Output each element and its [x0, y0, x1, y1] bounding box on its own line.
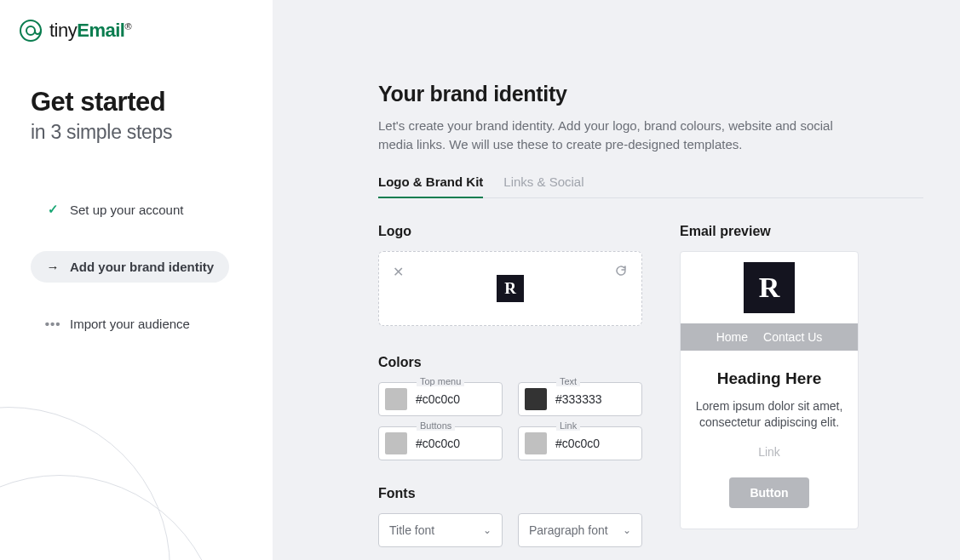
- preview-heading: Heading Here: [694, 369, 844, 388]
- field-label: Top menu: [417, 376, 464, 386]
- dots-icon: •••: [46, 317, 60, 331]
- color-hex-input[interactable]: [547, 437, 615, 450]
- color-buttons[interactable]: Buttons: [378, 426, 503, 460]
- step-setup-account[interactable]: ✓ Set up your account: [31, 193, 198, 226]
- section-logo-label: Logo: [378, 224, 642, 239]
- section-colors-label: Colors: [378, 355, 642, 370]
- chevron-down-icon: ⌄: [623, 524, 631, 536]
- onboarding-steps: ✓ Set up your account → Add your brand i…: [0, 144, 273, 340]
- preview-body-text: Lorem ipsum dolor sit amet, consectetur …: [694, 398, 844, 431]
- logo-upload-box[interactable]: ✕ R: [378, 251, 642, 326]
- color-link[interactable]: Link: [518, 426, 642, 460]
- email-preview-card: R Home Contact Us Heading Here Lorem ips…: [680, 251, 859, 529]
- tab-links-social[interactable]: Links & Social: [503, 174, 583, 197]
- close-icon[interactable]: ✕: [393, 264, 404, 280]
- color-hex-input[interactable]: [547, 392, 615, 406]
- color-text[interactable]: Text: [518, 382, 642, 416]
- preview-logo: R: [744, 262, 795, 313]
- preview-button: Button: [729, 477, 808, 508]
- paragraph-font-select[interactable]: Paragraph font ⌄: [518, 513, 642, 547]
- field-label: Text: [556, 376, 580, 386]
- color-topmenu[interactable]: Top menu: [378, 382, 503, 416]
- svg-point-0: [20, 20, 41, 41]
- preview-nav-home: Home: [716, 330, 748, 344]
- section-preview-label: Email preview: [680, 224, 859, 239]
- color-swatch[interactable]: [385, 432, 407, 454]
- sidebar: tinyEmail® Get started in 3 simple steps…: [0, 0, 273, 560]
- title-font-select[interactable]: Title font ⌄: [378, 513, 503, 547]
- step-import-audience[interactable]: ••• Import your audience: [31, 308, 205, 340]
- preview-nav-contact: Contact Us: [763, 330, 822, 344]
- page-title: Your brand identity: [378, 82, 923, 106]
- color-swatch[interactable]: [525, 388, 547, 410]
- svg-point-1: [26, 26, 35, 35]
- headline: Get started in 3 simple steps: [0, 43, 273, 144]
- preview-link: Link: [694, 445, 844, 459]
- color-hex-input[interactable]: [407, 392, 475, 406]
- select-placeholder: Title font: [389, 523, 434, 537]
- step-label: Add your brand identity: [70, 260, 214, 274]
- refresh-icon[interactable]: [614, 264, 628, 281]
- field-label: Buttons: [417, 420, 455, 431]
- step-label: Import your audience: [70, 317, 190, 331]
- section-fonts-label: Fonts: [378, 486, 642, 501]
- at-icon: [19, 19, 43, 43]
- chevron-down-icon: ⌄: [483, 524, 491, 536]
- check-icon: ✓: [46, 202, 60, 217]
- decorative-circle: [0, 475, 221, 560]
- tabs: Logo & Brand Kit Links & Social: [378, 174, 923, 198]
- color-hex-input[interactable]: [407, 437, 475, 450]
- headline-title: Get started: [31, 87, 273, 117]
- color-swatch[interactable]: [385, 388, 407, 410]
- main-content: Your brand identity Let's create your br…: [378, 82, 923, 547]
- color-swatch[interactable]: [525, 432, 547, 454]
- brand-logo: tinyEmail®: [0, 0, 273, 43]
- brand-name: tinyEmail®: [49, 20, 131, 42]
- page-description: Let's create your brand identity. Add yo…: [378, 117, 855, 154]
- field-label: Link: [556, 420, 580, 431]
- tab-logo-brand-kit[interactable]: Logo & Brand Kit: [378, 174, 483, 197]
- uploaded-logo: R: [497, 275, 524, 302]
- step-label: Set up your account: [70, 203, 183, 217]
- step-brand-identity[interactable]: → Add your brand identity: [31, 251, 229, 283]
- select-placeholder: Paragraph font: [529, 523, 608, 537]
- arrow-right-icon: →: [46, 260, 60, 274]
- headline-subtitle: in 3 simple steps: [31, 121, 273, 144]
- preview-top-menu: Home Contact Us: [681, 323, 858, 351]
